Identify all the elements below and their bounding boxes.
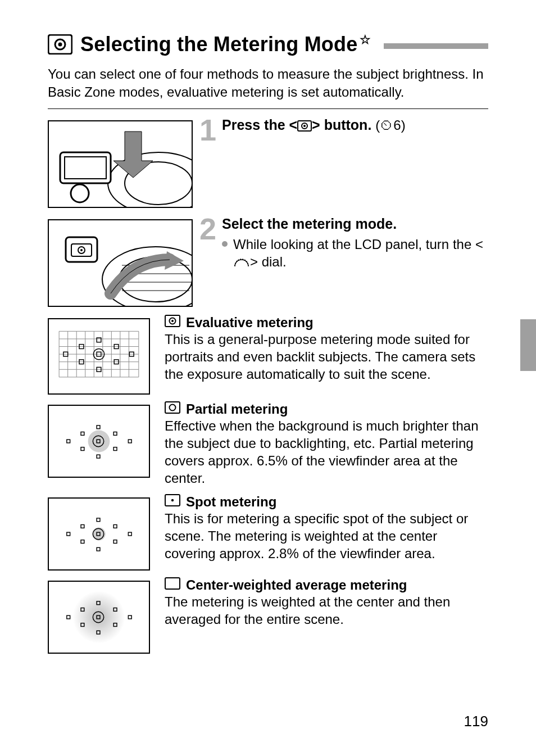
step-1-heading: Press the <> button. bbox=[222, 117, 375, 133]
svg-rect-61 bbox=[97, 455, 100, 458]
svg-point-76 bbox=[171, 499, 174, 501]
svg-rect-60 bbox=[113, 447, 117, 450]
step-1-figure bbox=[48, 120, 193, 208]
title-accent-bar bbox=[384, 43, 488, 49]
mode-partial: Partial metering Effective when the back… bbox=[48, 401, 488, 487]
svg-rect-73 bbox=[113, 540, 117, 543]
svg-rect-67 bbox=[113, 524, 117, 528]
svg-point-2 bbox=[58, 43, 62, 47]
mode-evaluative-body: This is a general-purpose metering mode … bbox=[165, 331, 488, 383]
svg-rect-82 bbox=[128, 615, 131, 619]
svg-rect-66 bbox=[81, 524, 84, 528]
mode-evaluative: Evaluative metering This is a general-pu… bbox=[48, 315, 488, 395]
svg-rect-68 bbox=[67, 532, 70, 536]
svg-rect-53 bbox=[81, 432, 84, 435]
svg-point-7 bbox=[71, 184, 89, 202]
partial-metering-icon bbox=[165, 401, 180, 417]
svg-point-20 bbox=[80, 249, 83, 251]
intro-text: You can select one of four methods to me… bbox=[48, 65, 488, 102]
svg-rect-72 bbox=[81, 540, 84, 543]
step-2-bullet-text: While looking at the LCD panel, turn the… bbox=[233, 236, 488, 271]
svg-rect-59 bbox=[81, 447, 84, 450]
svg-rect-6 bbox=[65, 157, 106, 179]
side-index-tab bbox=[520, 319, 536, 371]
mode-center-weighted-name: Center-weighted average metering bbox=[186, 577, 407, 593]
step-2-figure bbox=[48, 219, 193, 307]
step-1: 1 Press the <> button. (⏲6) bbox=[48, 117, 488, 208]
step-2-heading: Select the metering mode. bbox=[222, 216, 488, 232]
svg-rect-74 bbox=[97, 547, 100, 551]
mode-evaluative-text: Evaluative metering This is a general-pu… bbox=[165, 315, 488, 383]
page-title-row: Selecting the Metering Mode☆ bbox=[48, 33, 488, 56]
mode-spot-body: This is for metering a specific spot of … bbox=[165, 510, 488, 563]
step-1-number: 1 bbox=[198, 118, 217, 142]
svg-rect-81 bbox=[67, 615, 70, 619]
mode-evaluative-figure bbox=[48, 318, 150, 395]
svg-point-50 bbox=[171, 320, 174, 322]
evaluative-metering-icon bbox=[165, 315, 180, 331]
svg-rect-56 bbox=[128, 440, 131, 443]
svg-rect-69 bbox=[128, 532, 131, 536]
svg-point-51 bbox=[88, 430, 110, 452]
step-2-number: 2 bbox=[198, 217, 217, 241]
mode-partial-body: Effective when the background is much br… bbox=[165, 417, 488, 487]
step-1-body: 1 Press the <> button. (⏲6) bbox=[198, 117, 488, 142]
main-dial-icon bbox=[233, 254, 250, 271]
mode-spot: Spot metering This is for metering a spe… bbox=[48, 494, 488, 571]
mode-evaluative-name: Evaluative metering bbox=[186, 315, 314, 331]
svg-point-77 bbox=[72, 591, 125, 643]
metering-mode-icon bbox=[48, 34, 72, 55]
mode-spot-text: Spot metering This is for metering a spe… bbox=[165, 494, 488, 563]
step-1-note: (⏲6) bbox=[375, 117, 405, 133]
step-2: 2 Select the metering mode. While lookin… bbox=[48, 216, 488, 307]
mode-spot-name: Spot metering bbox=[186, 494, 276, 510]
mode-center-weighted-text: Center-weighted average metering The met… bbox=[165, 577, 488, 628]
bullet-icon bbox=[222, 241, 228, 247]
svg-rect-54 bbox=[113, 432, 117, 435]
page: Selecting the Metering Mode☆ You can sel… bbox=[0, 0, 536, 756]
step-2-bullet: While looking at the LCD panel, turn the… bbox=[222, 236, 488, 271]
svg-rect-38 bbox=[97, 338, 101, 342]
mode-center-weighted-figure bbox=[48, 581, 150, 654]
metering-button-icon bbox=[297, 119, 312, 135]
star-icon: ☆ bbox=[360, 33, 371, 47]
mode-partial-figure bbox=[48, 405, 150, 478]
mode-partial-name: Partial metering bbox=[186, 401, 288, 417]
svg-point-10 bbox=[303, 125, 306, 127]
mode-spot-figure bbox=[48, 497, 150, 571]
center-weighted-metering-icon bbox=[165, 577, 180, 593]
separator bbox=[48, 108, 488, 109]
svg-rect-55 bbox=[67, 440, 70, 443]
svg-rect-62 bbox=[165, 402, 180, 413]
svg-rect-88 bbox=[165, 578, 180, 589]
mode-center-weighted: Center-weighted average metering The met… bbox=[48, 577, 488, 654]
svg-rect-52 bbox=[97, 425, 100, 429]
step-2-body: 2 Select the metering mode. While lookin… bbox=[198, 216, 488, 271]
svg-rect-65 bbox=[97, 518, 100, 521]
mode-center-weighted-body: The metering is weighted at the center a… bbox=[165, 593, 488, 628]
svg-point-63 bbox=[170, 404, 176, 410]
metering-modes-list: Evaluative metering This is a general-pu… bbox=[48, 315, 488, 654]
spot-metering-icon bbox=[165, 494, 180, 510]
page-number: 119 bbox=[464, 713, 488, 730]
mode-partial-text: Partial metering Effective when the back… bbox=[165, 401, 488, 487]
page-title: Selecting the Metering Mode☆ bbox=[80, 33, 371, 56]
